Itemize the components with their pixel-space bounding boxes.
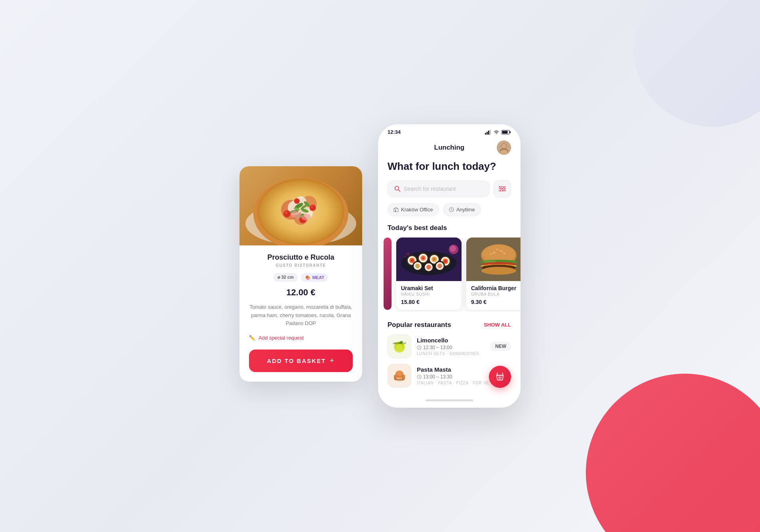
svg-point-42 xyxy=(500,186,502,188)
app-title: Lunching xyxy=(402,144,497,152)
restaurant-item-0[interactable]: LIMONCELLO Limoncello xyxy=(388,334,511,358)
svg-point-79 xyxy=(407,253,409,255)
basket-icon xyxy=(495,372,505,382)
svg-rect-25 xyxy=(485,133,486,135)
pasta-masta-logo: PASTA MASTA xyxy=(388,364,411,388)
svg-text:PASTA: PASTA xyxy=(397,378,403,380)
pizza-description: Tomato sauce, oregano, mozarella di buff… xyxy=(249,303,353,328)
signal-icon xyxy=(485,130,491,135)
svg-point-67 xyxy=(444,260,447,263)
deal-restaurant-0: HAIKU SUSHI xyxy=(401,292,457,296)
user-avatar[interactable] xyxy=(497,141,511,155)
pasta-masta-svg: PASTA MASTA xyxy=(388,365,410,387)
phone-bottom-bar xyxy=(426,399,473,401)
restaurants-section-header: Popular restaurants SHOW ALL xyxy=(388,321,511,329)
restaurants-title: Popular restaurants xyxy=(388,321,451,329)
svg-point-129 xyxy=(396,370,403,376)
svg-point-59 xyxy=(422,256,425,260)
svg-point-9 xyxy=(283,210,291,217)
deal-price-1: 9.30 € xyxy=(471,299,521,305)
filter-button[interactable] xyxy=(494,180,511,198)
svg-point-80 xyxy=(404,256,406,257)
restaurant-hours-0: 12:30 – 13:00 xyxy=(423,345,452,350)
pencil-icon: ✏️ xyxy=(249,335,255,341)
svg-point-73 xyxy=(426,265,431,270)
deal-card-partial xyxy=(384,238,391,310)
meat-icon: 🍖 xyxy=(305,275,311,280)
building-icon xyxy=(393,207,399,212)
limoncello-svg: LIMONCELLO xyxy=(388,335,410,357)
pizza-title: Prosciutto e Rucola xyxy=(249,253,353,262)
svg-rect-30 xyxy=(510,131,511,133)
scene-container: Prosciutto e Rucola GUSTO RISTORANTE ⌀ 3… xyxy=(239,124,521,407)
svg-point-78 xyxy=(450,245,456,252)
svg-line-124 xyxy=(419,348,420,348)
pizza-tags: ⌀ 32 cm 🍖 MEAT xyxy=(249,273,353,282)
size-tag-text: ⌀ 32 cm xyxy=(277,275,294,280)
filter-icon xyxy=(499,186,506,192)
svg-point-70 xyxy=(415,264,420,268)
category-tag: 🍖 MEAT xyxy=(301,273,328,282)
svg-rect-28 xyxy=(490,130,491,135)
restaurant-info-0: Limoncello 12:30 – 13:00 LUNCH SETS · SA… xyxy=(417,337,485,356)
bg-decoration-top xyxy=(633,0,760,127)
search-row: Search for restaurant xyxy=(388,180,511,198)
deals-scroll: Uramaki Set HAIKU SUSHI 15.80 € xyxy=(378,238,521,312)
svg-point-13 xyxy=(285,211,287,214)
category-tag-text: MEAT xyxy=(312,275,324,280)
deals-section-header: Today's best deals xyxy=(388,224,511,232)
svg-rect-46 xyxy=(395,210,396,212)
status-icons xyxy=(485,130,511,135)
location-chip-text: Kraków Office xyxy=(401,207,433,213)
app-header: Lunching xyxy=(378,138,521,160)
svg-point-14 xyxy=(311,205,313,207)
deal-name-1: California Burger xyxy=(471,285,521,291)
battery-icon xyxy=(502,130,511,135)
svg-point-43 xyxy=(503,188,505,190)
clock-icon xyxy=(449,207,454,212)
phone-frame: 12:34 xyxy=(378,124,521,407)
svg-point-12 xyxy=(294,198,300,204)
restaurant-time-0: 12:30 – 13:00 xyxy=(417,345,485,350)
add-to-basket-button[interactable]: ADD TO BASKET + xyxy=(249,350,353,372)
svg-rect-27 xyxy=(488,131,489,135)
svg-line-38 xyxy=(399,190,400,191)
basket-fab-button[interactable] xyxy=(489,366,511,388)
deal-image-0 xyxy=(396,238,462,281)
deal-card-body-0: Uramaki Set HAIKU SUSHI 15.80 € xyxy=(396,281,462,310)
pizza-restaurant: GUSTO RISTORANTE xyxy=(249,263,353,268)
status-time: 12:34 xyxy=(388,129,401,135)
bg-decoration-bottom xyxy=(586,374,760,532)
svg-point-35 xyxy=(502,144,506,148)
pizza-card-body: Prosciutto e Rucola GUSTO RISTORANTE ⌀ 3… xyxy=(239,245,362,382)
pizza-price: 12.00 € xyxy=(249,287,353,298)
svg-rect-31 xyxy=(502,131,508,133)
restaurant-cats-0: LUNCH SETS · SANDWICHES xyxy=(417,352,485,356)
pizza-image xyxy=(239,166,362,245)
size-tag: ⌀ 32 cm xyxy=(274,273,298,282)
deal-price-0: 15.80 € xyxy=(401,299,457,305)
svg-line-134 xyxy=(419,377,420,378)
search-box[interactable]: Search for restaurant xyxy=(388,180,490,197)
avatar-image xyxy=(497,141,511,155)
deal-restaurant-1: GRUBA BULA xyxy=(471,292,521,296)
deal-card-0[interactable]: Uramaki Set HAIKU SUSHI 15.80 € xyxy=(396,238,462,310)
plus-icon: + xyxy=(330,357,335,365)
search-placeholder: Search for restaurant xyxy=(404,186,456,192)
svg-rect-26 xyxy=(486,132,488,135)
location-chip[interactable]: Kraków Office xyxy=(388,203,439,216)
special-request-button[interactable]: ✏️ Add special request xyxy=(249,335,353,341)
show-all-link[interactable]: SHOW ALL xyxy=(484,322,511,328)
svg-point-10 xyxy=(310,205,316,211)
special-request-text: Add special request xyxy=(258,335,304,341)
deal-card-1[interactable]: California Burger GRUBA BULA 9.30 € xyxy=(466,238,521,310)
new-badge-0: NEW xyxy=(490,342,511,351)
time-chip[interactable]: Anytime xyxy=(443,203,481,216)
deal-name-0: Uramaki Set xyxy=(401,285,457,291)
deal-card-body-1: California Burger GRUBA BULA 9.30 € xyxy=(466,281,521,310)
svg-point-44 xyxy=(501,190,503,192)
filter-chips: Kraków Office Anytime xyxy=(388,203,511,216)
status-bar: 12:34 xyxy=(378,124,521,138)
limoncello-logo: LIMONCELLO xyxy=(388,334,411,358)
search-icon xyxy=(394,186,401,192)
